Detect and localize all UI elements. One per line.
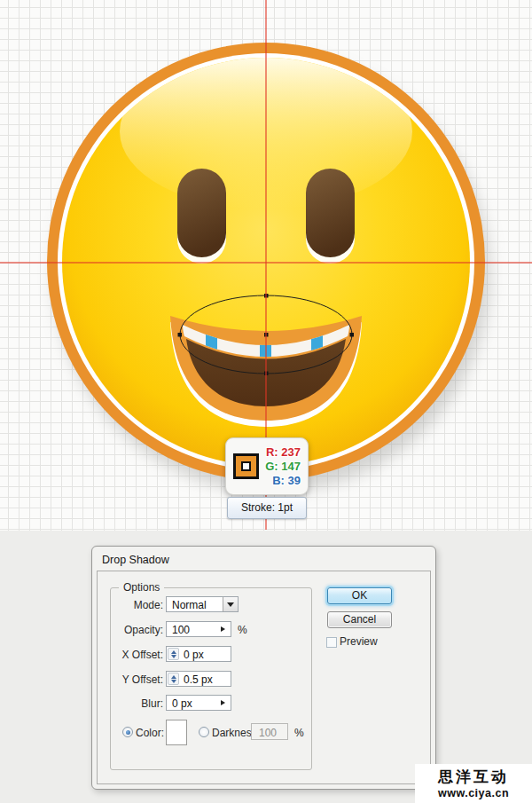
stroke-swatch-icon <box>233 453 259 479</box>
chevron-down-icon <box>227 602 234 607</box>
x-offset-value: 0 px <box>184 648 204 662</box>
darkness-value: 100 <box>259 726 277 740</box>
stroke-b-value: B: 39 <box>259 474 301 488</box>
anchor-point-left[interactable] <box>178 333 183 337</box>
dialog-panel-background: Drop Shadow Options Mode: Normal Opacity… <box>0 531 532 803</box>
ok-button[interactable]: OK <box>327 587 392 604</box>
stepper-down-icon[interactable] <box>171 680 176 683</box>
opacity-slider-arrow-icon[interactable] <box>221 626 225 632</box>
stepper-up-icon[interactable] <box>171 650 176 654</box>
opacity-unit: % <box>238 624 247 636</box>
artboard-grid[interactable]: R: 237 G: 147 B: 39 Stroke: 1pt <box>0 0 532 531</box>
anchor-point-right[interactable] <box>350 333 355 337</box>
darkness-radio[interactable] <box>199 727 209 737</box>
stroke-rgb-values: R: 237 G: 147 B: 39 <box>259 445 301 488</box>
y-offset-stepper[interactable] <box>168 673 179 685</box>
x-offset-stepper[interactable] <box>168 648 179 660</box>
right-eye[interactable] <box>306 169 355 264</box>
watermark-title: 思洋互动 <box>415 767 532 787</box>
options-legend: Options <box>119 581 164 594</box>
y-offset-label: Y Offset: <box>92 673 163 686</box>
stepper-down-icon[interactable] <box>171 655 176 658</box>
y-offset-value: 0.5 px <box>184 673 213 687</box>
darkness-unit: % <box>294 727 304 739</box>
preview-checkbox[interactable] <box>326 637 337 648</box>
blur-label: Blur: <box>92 697 163 710</box>
y-offset-input[interactable]: 0.5 px <box>166 671 231 687</box>
cancel-button[interactable]: Cancel <box>327 611 392 628</box>
drop-shadow-dialog[interactable]: Drop Shadow Options Mode: Normal Opacity… <box>91 546 436 790</box>
watermark-url: www.ciya.cn <box>415 787 532 799</box>
stepper-up-icon[interactable] <box>171 675 176 679</box>
left-eye[interactable] <box>177 169 226 264</box>
opacity-label: Opacity: <box>92 624 163 636</box>
blur-input[interactable]: 0 px <box>166 695 231 711</box>
preview-label: Preview <box>340 635 378 648</box>
mode-value: Normal <box>172 598 207 612</box>
color-radio[interactable] <box>122 727 133 737</box>
dialog-title: Drop Shadow <box>102 554 169 566</box>
stroke-width-tooltip: Stroke: 1pt <box>227 497 307 519</box>
opacity-input[interactable]: 100 <box>166 621 231 637</box>
color-label: Color: <box>136 727 164 739</box>
darkness-input: 100 <box>251 723 288 740</box>
guide-horizontal[interactable] <box>0 262 532 264</box>
stroke-swatch-inner-icon <box>241 461 251 471</box>
illustrator-workspace: R: 237 G: 147 B: 39 Stroke: 1pt Drop Sha… <box>0 0 532 803</box>
mode-label: Mode: <box>92 599 163 611</box>
watermark: 思洋互动 www.ciya.cn <box>415 764 532 803</box>
blur-slider-arrow-icon[interactable] <box>221 700 225 705</box>
shadow-color-swatch[interactable] <box>166 720 187 745</box>
x-offset-input[interactable]: 0 px <box>166 646 231 662</box>
opacity-value: 100 <box>172 623 190 637</box>
stroke-color-tooltip: R: 237 G: 147 B: 39 <box>225 437 309 495</box>
stroke-r-value: R: 237 <box>259 445 301 460</box>
stroke-g-value: G: 147 <box>259 460 301 474</box>
mode-select[interactable]: Normal <box>166 596 239 612</box>
blur-value: 0 px <box>172 697 192 711</box>
mode-dropdown-button[interactable] <box>223 597 238 611</box>
x-offset-label: X Offset: <box>92 649 163 661</box>
